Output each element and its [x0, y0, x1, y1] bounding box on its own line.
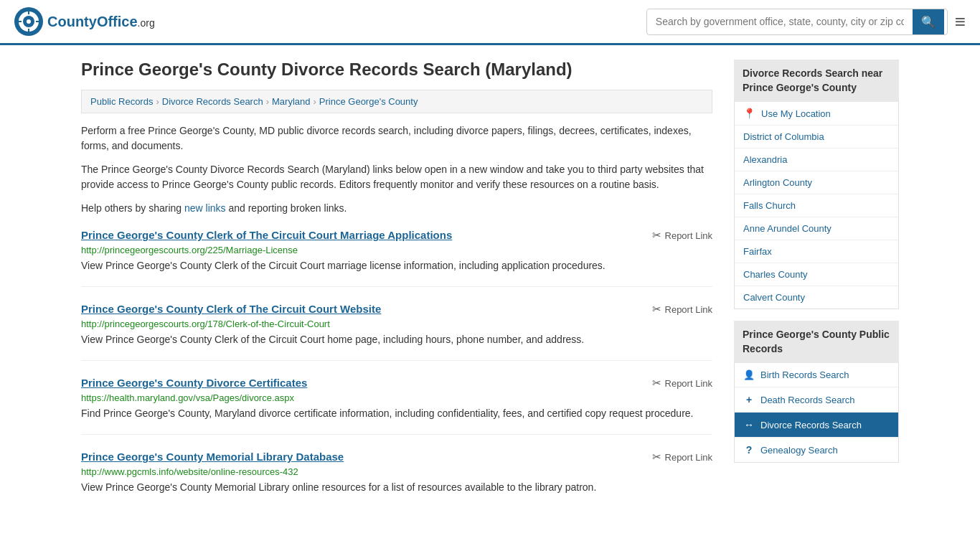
question-icon: ? [743, 444, 755, 456]
page-title: Prince George's County Divorce Records S… [81, 60, 712, 80]
result-title[interactable]: Prince George's County Memorial Library … [81, 451, 344, 463]
result-url: http://www.pgcmls.info/website/online-re… [81, 466, 712, 477]
plus-icon: + [743, 394, 755, 405]
description-p3: Help others by sharing new links and rep… [81, 201, 712, 216]
calvert-county-link[interactable]: Calvert County [735, 286, 898, 309]
description-p3-after: and reporting broken links. [226, 202, 347, 214]
svg-point-3 [27, 19, 31, 24]
report-link-button[interactable]: ✂ Report Link [652, 303, 712, 316]
nearby-links-list: 📍 Use My Location District of Columbia A… [734, 102, 899, 309]
breadcrumb-sep-1: › [156, 96, 159, 107]
nearby-link-item: District of Columbia [735, 126, 898, 149]
birth-records-link[interactable]: 👤 Birth Records Search [735, 363, 898, 387]
birth-records-item: 👤 Birth Records Search [735, 363, 898, 387]
description-p2: The Prince George's County Divorce Recor… [81, 162, 712, 192]
arlington-county-link[interactable]: Arlington County [735, 171, 898, 194]
report-link-label: Report Link [665, 378, 712, 389]
logo-icon [14, 7, 43, 36]
result-item: Prince George's County Divorce Certifica… [81, 377, 712, 435]
result-header: Prince George's County Divorce Certifica… [81, 377, 712, 390]
alexandria-link[interactable]: Alexandria [735, 149, 898, 171]
breadcrumb-maryland[interactable]: Maryland [272, 96, 310, 107]
result-header: Prince George's County Memorial Library … [81, 451, 712, 463]
death-records-item: + Death Records Search [735, 387, 898, 413]
report-link-label: Report Link [665, 304, 712, 315]
scissors-icon: ✂ [652, 229, 661, 242]
result-url: http://princegeorgescourts.org/225/Marri… [81, 245, 712, 255]
description-p1: Perform a free Prince George's County, M… [81, 123, 712, 154]
new-links-link[interactable]: new links [184, 202, 226, 214]
logo-area: CountyOffice.org [14, 7, 155, 36]
genealogy-link[interactable]: ? Genealogy Search [735, 438, 898, 462]
genealogy-item: ? Genealogy Search [735, 438, 898, 462]
nearby-link-item: Anne Arundel County [735, 217, 898, 240]
report-link-button[interactable]: ✂ Report Link [652, 377, 712, 390]
person-icon: 👤 [743, 369, 755, 380]
arrows-icon: ↔ [743, 419, 755, 430]
result-item: Prince George's County Clerk of The Circ… [81, 303, 712, 361]
result-title[interactable]: Prince George's County Clerk of The Circ… [81, 229, 452, 241]
charles-county-link[interactable]: Charles County [735, 263, 898, 286]
header: CountyOffice.org 🔍 ≡ [0, 0, 980, 45]
nearby-title: Divorce Records Search near Prince Georg… [734, 60, 899, 102]
use-my-location-item: 📍 Use My Location [735, 102, 898, 126]
nearby-link-item: Arlington County [735, 171, 898, 194]
nearby-link-item: Fairfax [735, 240, 898, 263]
results-list: Prince George's County Clerk of The Circ… [81, 229, 712, 508]
nearby-link-item: Calvert County [735, 286, 898, 309]
anne-arundel-county-link[interactable]: Anne Arundel County [735, 217, 898, 240]
breadcrumb-divorce-records[interactable]: Divorce Records Search [162, 96, 263, 107]
breadcrumb-sep-2: › [266, 96, 269, 107]
scissors-icon: ✂ [652, 303, 661, 316]
result-url: http://princegeorgescourts.org/178/Clerk… [81, 319, 712, 329]
left-content: Prince George's County Divorce Records S… [81, 60, 712, 524]
report-link-label: Report Link [665, 230, 712, 241]
scissors-icon: ✂ [652, 377, 661, 390]
menu-button[interactable]: ≡ [955, 12, 966, 31]
header-right: 🔍 ≡ [646, 9, 966, 35]
breadcrumb-public-records[interactable]: Public Records [90, 96, 153, 107]
nearby-link-item: Alexandria [735, 149, 898, 171]
right-sidebar: Divorce Records Search near Prince Georg… [734, 60, 899, 524]
district-of-columbia-link[interactable]: District of Columbia [735, 126, 898, 148]
divorce-records-link[interactable]: ↔ Divorce Records Search [735, 413, 898, 437]
result-desc: View Prince George's County Clerk of the… [81, 258, 712, 273]
divorce-records-item: ↔ Divorce Records Search [735, 413, 898, 438]
report-link-button[interactable]: ✂ Report Link [652, 451, 712, 463]
death-records-link[interactable]: + Death Records Search [735, 387, 898, 412]
public-records-links-list: 👤 Birth Records Search + Death Records S… [734, 363, 899, 463]
use-my-location-link[interactable]: 📍 Use My Location [735, 102, 898, 125]
report-link-button[interactable]: ✂ Report Link [652, 229, 712, 242]
logo-text: CountyOffice.org [47, 14, 155, 30]
public-records-title: Prince George's County Public Records [734, 321, 899, 363]
falls-church-link[interactable]: Falls Church [735, 194, 898, 217]
fairfax-link[interactable]: Fairfax [735, 240, 898, 263]
breadcrumb-prince-georges[interactable]: Prince George's County [319, 96, 418, 107]
result-url: https://health.maryland.gov/vsa/Pages/di… [81, 392, 712, 403]
nearby-link-item: Charles County [735, 263, 898, 286]
result-header: Prince George's County Clerk of The Circ… [81, 303, 712, 316]
result-desc: Find Prince George's County, Maryland di… [81, 406, 712, 421]
description-p3-before: Help others by sharing [81, 202, 184, 214]
breadcrumb: Public Records › Divorce Records Search … [81, 90, 712, 113]
result-header: Prince George's County Clerk of The Circ… [81, 229, 712, 242]
report-link-label: Report Link [665, 452, 712, 463]
result-title[interactable]: Prince George's County Clerk of The Circ… [81, 303, 381, 315]
location-icon: 📍 [743, 108, 755, 119]
nearby-link-item: Falls Church [735, 194, 898, 217]
result-title[interactable]: Prince George's County Divorce Certifica… [81, 377, 307, 389]
breadcrumb-sep-3: › [313, 96, 316, 107]
search-input[interactable] [647, 10, 913, 33]
result-item: Prince George's County Clerk of The Circ… [81, 229, 712, 287]
search-button[interactable]: 🔍 [913, 9, 944, 34]
search-bar-container: 🔍 [646, 9, 948, 35]
result-desc: View Prince George's County Clerk of the… [81, 332, 712, 347]
scissors-icon: ✂ [652, 451, 661, 463]
result-desc: View Prince George's County Memorial Lib… [81, 480, 712, 495]
result-item: Prince George's County Memorial Library … [81, 451, 712, 508]
main-content: Prince George's County Divorce Records S… [67, 45, 913, 538]
